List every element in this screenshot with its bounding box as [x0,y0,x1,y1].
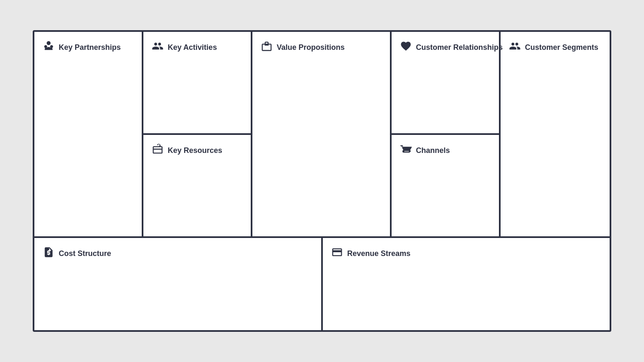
cell-value-propositions[interactable]: Value Propositions [252,32,392,236]
col-relationships-channels: Customer Relationships Channels [392,32,501,236]
cost-header: Cost Structure [43,246,313,261]
relationships-title: Customer Relationships [416,43,503,52]
segments-icon [509,40,521,54]
cell-activities[interactable]: Key Activities [143,32,251,135]
revenue-icon [331,246,343,261]
business-model-canvas: Key Partnerships Key Activities [33,30,611,332]
revenue-title: Revenue Streams [347,249,410,258]
channels-icon [400,143,412,158]
activities-icon [152,40,164,54]
resources-icon [152,143,164,158]
relationships-header: Customer Relationships [400,40,491,54]
cell-customer-relationships[interactable]: Customer Relationships [392,32,499,135]
channels-header: Channels [400,143,491,158]
top-section: Key Partnerships Key Activities [34,32,610,238]
bottom-section: Cost Structure Revenue Streams [34,238,610,330]
revenue-header: Revenue Streams [331,246,601,261]
resources-header: Key Resources [152,143,242,158]
value-title: Value Propositions [277,43,345,52]
cell-channels[interactable]: Channels [392,135,499,236]
activities-title: Key Activities [168,43,217,52]
partnerships-header: Key Partnerships [43,40,133,54]
cell-cost-structure[interactable]: Cost Structure [34,238,323,330]
cost-title: Cost Structure [59,249,111,258]
relationships-icon [400,40,412,54]
cell-resources[interactable]: Key Resources [143,135,251,236]
partnerships-title: Key Partnerships [59,43,121,52]
cell-revenue-streams[interactable]: Revenue Streams [323,238,610,330]
value-header: Value Propositions [261,40,382,54]
segments-header: Customer Segments [509,40,601,54]
partnerships-icon [43,40,55,54]
cell-customer-segments[interactable]: Customer Segments [501,32,610,236]
cell-partnerships[interactable]: Key Partnerships [34,32,143,236]
resources-title: Key Resources [168,146,222,155]
value-icon [261,40,273,54]
cost-icon [43,246,55,261]
channels-title: Channels [416,146,450,155]
col-activities-resources: Key Activities Key Resources [143,32,252,236]
segments-title: Customer Segments [525,43,598,52]
activities-header: Key Activities [152,40,242,54]
